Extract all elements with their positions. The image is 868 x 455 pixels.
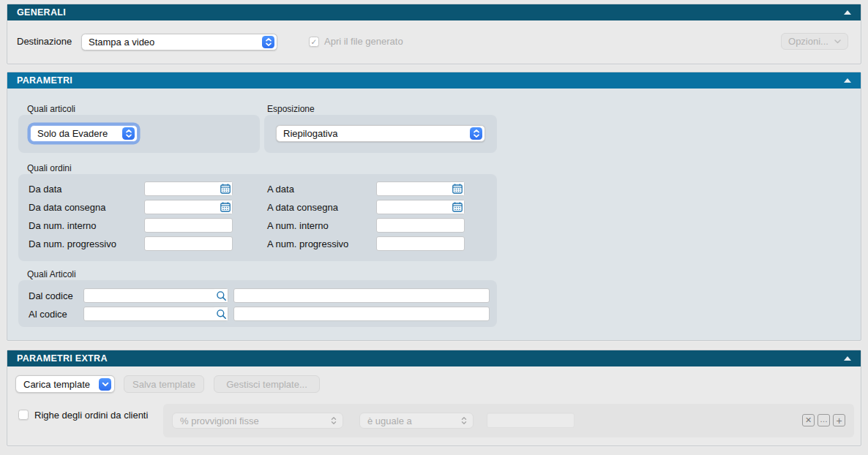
select-stepper-icon — [262, 36, 274, 48]
da-num-interno-input[interactable] — [144, 218, 233, 233]
filter-value-field[interactable] — [487, 413, 575, 428]
collapse-triangle-icon[interactable] — [844, 356, 851, 361]
destinazione-select-value: Stampa a video — [89, 37, 258, 48]
generali-content: Destinazione Stampa a video ✓ Apri il fi… — [7, 20, 861, 64]
a-num-interno-label: A num. interno — [267, 220, 376, 231]
da-data-label: Da data — [29, 184, 144, 195]
apri-file-checkbox[interactable]: ✓ — [309, 37, 319, 47]
al-codice-field[interactable] — [83, 307, 228, 321]
dal-codice-input[interactable] — [83, 288, 228, 303]
da-num-interno-field[interactable] — [144, 218, 233, 233]
parametri-extra-content: Carica template Salva template Gestisci … — [7, 366, 861, 445]
al-codice-descrizione-input[interactable] — [233, 307, 490, 321]
select-stepper-icon — [122, 127, 135, 140]
filter-operator-value: è uguale a — [367, 415, 461, 426]
gestisci-template-label: Gestisci template... — [226, 379, 307, 390]
codice-row: Al codice — [29, 307, 490, 321]
section-parametri-extra-header[interactable]: PARAMETRI EXTRA — [7, 350, 861, 366]
dal-codice-field[interactable] — [83, 288, 228, 303]
codice-row: Dal codice — [29, 288, 490, 303]
quali-articoli-select-value: Solo da Evadere — [37, 128, 118, 139]
gestisci-template-button[interactable]: Gestisci template... — [214, 375, 320, 393]
magnifier-icon[interactable] — [214, 307, 228, 320]
a-num-interno-input[interactable] — [376, 218, 465, 233]
da-num-progressivo-input[interactable] — [144, 236, 233, 251]
al-codice-label: Al codice — [29, 309, 83, 320]
quali-articoli-codici-group-label: Quali Articoli — [27, 269, 76, 279]
al-codice-descrizione-field[interactable] — [233, 307, 490, 321]
section-generali: GENERALI Destinazione Stampa a video ✓ A… — [7, 4, 861, 64]
da-data-consegna-field[interactable] — [144, 200, 233, 214]
carica-template-button[interactable]: Carica template — [15, 375, 115, 393]
quali-ordini-row: Da num. interno A num. interno — [29, 218, 487, 233]
add-row-button[interactable]: + — [833, 414, 845, 426]
more-rows-button[interactable]: … — [818, 414, 830, 426]
salva-template-button[interactable]: Salva template — [124, 375, 204, 393]
dal-codice-label: Dal codice — [29, 290, 83, 301]
da-num-interno-label: Da num. interno — [29, 220, 144, 231]
da-num-progressivo-label: Da num. progressivo — [29, 238, 144, 249]
a-num-progressivo-label: A num. progressivo — [267, 238, 376, 249]
section-parametri-extra: PARAMETRI EXTRA Carica template Salva te… — [7, 350, 861, 446]
filter-row-panel: % provvigioni fisse è uguale a ✕ … + — [163, 404, 854, 437]
da-data-field[interactable] — [144, 181, 233, 196]
quali-articoli-group-label: Quali articoli — [27, 104, 75, 114]
a-data-consegna-label: A data consegna — [267, 202, 376, 213]
section-title: PARAMETRI EXTRA — [17, 353, 108, 364]
a-num-progressivo-input[interactable] — [376, 236, 465, 251]
filter-field-value: % provvigioni fisse — [180, 415, 331, 426]
section-title: PARAMETRI — [17, 75, 72, 86]
carica-template-label: Carica template — [23, 379, 96, 390]
da-num-progressivo-field[interactable] — [144, 236, 233, 251]
section-parametri: PARAMETRI Quali articoli Solo da Evadere… — [7, 72, 861, 341]
quali-ordini-panel: Da data A data Da data consegna — [18, 174, 497, 261]
filter-field-select[interactable]: % provvigioni fisse — [172, 413, 343, 429]
calendar-icon[interactable] — [219, 182, 232, 195]
calendar-icon[interactable] — [219, 200, 232, 214]
destinazione-select[interactable]: Stampa a video — [81, 34, 277, 50]
opzioni-button[interactable]: Opzioni... — [781, 33, 848, 50]
quali-ordini-row: Da data consegna A data consegna — [29, 200, 487, 214]
collapse-triangle-icon[interactable] — [844, 10, 851, 15]
righe-ordini-label: Righe degli ordini da clienti — [34, 410, 148, 421]
quali-ordini-row: Da data A data — [29, 181, 487, 196]
a-num-progressivo-field[interactable] — [376, 236, 465, 251]
parametri-content: Quali articoli Solo da Evadere Esposizio… — [7, 89, 861, 340]
section-parametri-header[interactable]: PARAMETRI — [7, 72, 861, 89]
quali-ordini-row: Da num. progressivo A num. progressivo — [29, 236, 487, 251]
filter-operator-select[interactable]: è uguale a — [359, 413, 474, 429]
esposizione-select-value: Riepilogativa — [283, 128, 465, 139]
stepper-icon — [461, 416, 467, 425]
a-data-label: A data — [267, 184, 376, 195]
calendar-icon[interactable] — [451, 182, 464, 195]
filter-row-actions: ✕ … + — [802, 414, 845, 426]
calendar-icon[interactable] — [451, 200, 464, 214]
esposizione-select[interactable]: Riepilogativa — [276, 125, 485, 142]
righe-ordini-checkbox[interactable] — [18, 410, 29, 420]
section-title: GENERALI — [17, 7, 66, 18]
magnifier-icon[interactable] — [214, 289, 228, 302]
salva-template-label: Salva template — [132, 379, 195, 390]
filter-value-input[interactable] — [487, 413, 575, 428]
quali-articoli-codici-panel: Dal codice Al codice — [18, 280, 497, 327]
al-codice-input[interactable] — [83, 307, 228, 321]
a-num-interno-field[interactable] — [376, 218, 465, 233]
a-data-field[interactable] — [376, 181, 465, 196]
quali-ordini-group-label: Quali ordini — [27, 163, 72, 173]
dal-codice-descrizione-input[interactable] — [233, 288, 490, 303]
a-data-consegna-field[interactable] — [376, 200, 465, 214]
remove-row-button[interactable]: ✕ — [802, 414, 815, 426]
chevron-down-icon — [99, 378, 111, 391]
apri-file-label: Apri il file generato — [324, 36, 403, 47]
quali-articoli-select[interactable]: Solo da Evadere — [30, 125, 138, 142]
opzioni-button-label: Opzioni... — [788, 36, 828, 47]
da-data-consegna-label: Da data consegna — [29, 202, 144, 213]
select-stepper-icon — [470, 127, 482, 140]
collapse-triangle-icon[interactable] — [844, 78, 851, 83]
chevron-down-icon — [834, 40, 841, 44]
esposizione-group-label: Esposizione — [267, 104, 315, 114]
section-generali-header[interactable]: GENERALI — [7, 4, 861, 20]
destinazione-label: Destinazione — [17, 36, 72, 47]
dal-codice-descrizione-field[interactable] — [233, 288, 490, 303]
check-icon: ✓ — [311, 38, 318, 46]
